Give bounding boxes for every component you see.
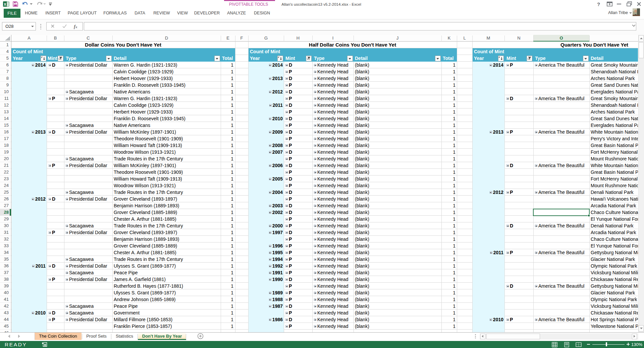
svg-text:X: X: [4, 2, 6, 6]
